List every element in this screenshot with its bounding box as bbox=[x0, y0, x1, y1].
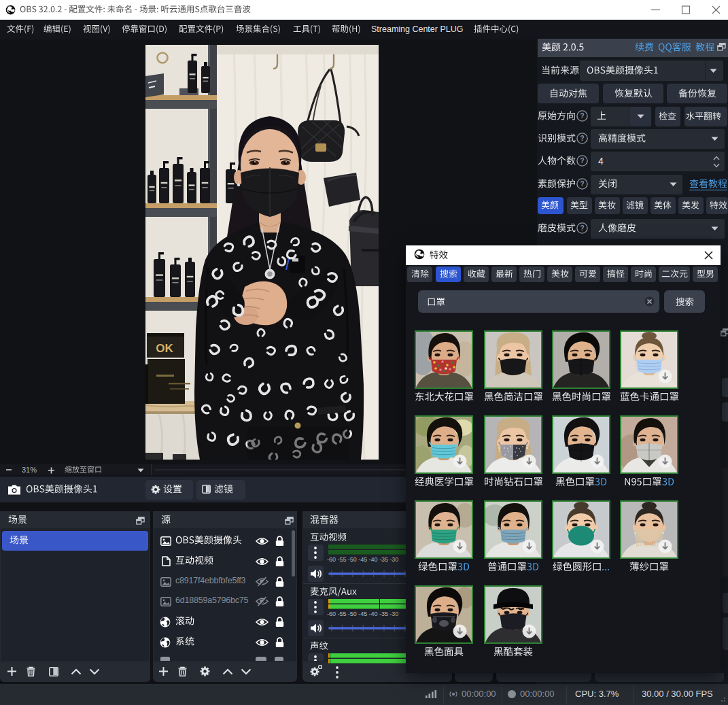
svg-text:?: ? bbox=[580, 156, 584, 165]
svg-text:?: ? bbox=[580, 224, 584, 232]
svg-text:OK: OK bbox=[156, 342, 173, 355]
svg-text:?: ? bbox=[580, 111, 584, 120]
svg-text:?: ? bbox=[580, 179, 584, 188]
svg-text:?: ? bbox=[580, 134, 584, 142]
